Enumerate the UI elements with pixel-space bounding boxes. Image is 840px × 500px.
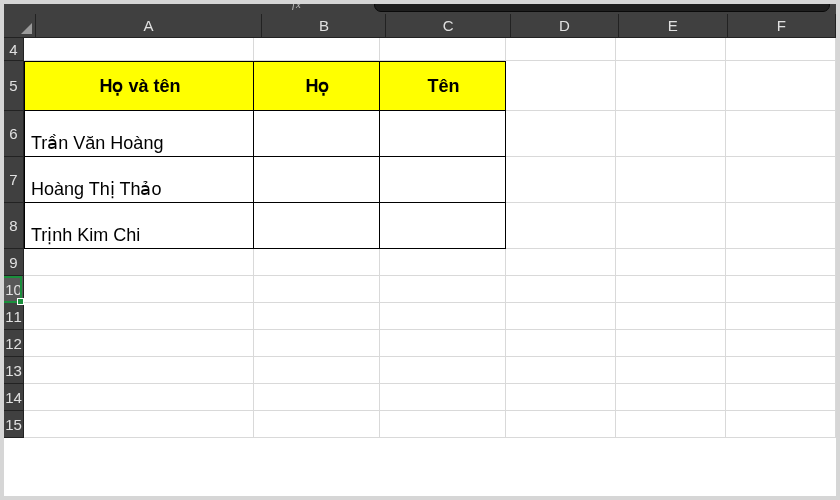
- cell-C9[interactable]: [380, 249, 506, 276]
- cell-B4[interactable]: [254, 38, 380, 61]
- cell-C8[interactable]: [380, 203, 506, 249]
- row-header-4[interactable]: 4: [4, 38, 24, 61]
- top-chrome: fx: [4, 4, 836, 14]
- cell-E9[interactable]: [616, 249, 726, 276]
- cell-D12[interactable]: [506, 330, 616, 357]
- cell-E5[interactable]: [616, 61, 726, 111]
- cell-A11[interactable]: [24, 303, 254, 330]
- cell-A12[interactable]: [24, 330, 254, 357]
- cell-F6[interactable]: [726, 111, 836, 157]
- cell-F12[interactable]: [726, 330, 836, 357]
- cell-B10[interactable]: [254, 276, 380, 303]
- row-header-10[interactable]: 10: [4, 276, 24, 303]
- col-header-D[interactable]: D: [511, 14, 619, 38]
- cell-F8[interactable]: [726, 203, 836, 249]
- cell-C11[interactable]: [380, 303, 506, 330]
- cell-B7[interactable]: [254, 157, 380, 203]
- cell-A9[interactable]: [24, 249, 254, 276]
- cell-B15[interactable]: [254, 411, 380, 438]
- cell-B5[interactable]: Họ: [254, 61, 380, 111]
- cell-D15[interactable]: [506, 411, 616, 438]
- cell-D11[interactable]: [506, 303, 616, 330]
- cell-B8[interactable]: [254, 203, 380, 249]
- select-all-corner[interactable]: [4, 14, 36, 38]
- row-header-9[interactable]: 9: [4, 249, 24, 276]
- cell-F9[interactable]: [726, 249, 836, 276]
- cell-B9[interactable]: [254, 249, 380, 276]
- cell-E15[interactable]: [616, 411, 726, 438]
- cell-D10[interactable]: [506, 276, 616, 303]
- cells-area[interactable]: Họ và tên Họ Tên Trần Văn Hoàng: [24, 38, 836, 438]
- cell-F4[interactable]: [726, 38, 836, 61]
- cell-C4[interactable]: [380, 38, 506, 61]
- cell-D7[interactable]: [506, 157, 616, 203]
- cell-F7[interactable]: [726, 157, 836, 203]
- row-header-5[interactable]: 5: [4, 61, 24, 111]
- row-header-14[interactable]: 14: [4, 384, 24, 411]
- cell-D4[interactable]: [506, 38, 616, 61]
- cell-C15[interactable]: [380, 411, 506, 438]
- cell-B13[interactable]: [254, 357, 380, 384]
- cell-E13[interactable]: [616, 357, 726, 384]
- cell-A5[interactable]: Họ và tên: [24, 61, 254, 111]
- cell-E14[interactable]: [616, 384, 726, 411]
- cell-B6[interactable]: [254, 111, 380, 157]
- cell-C5[interactable]: Tên: [380, 61, 506, 111]
- column-headers: A B C D E F: [4, 14, 836, 38]
- cell-B14[interactable]: [254, 384, 380, 411]
- row-header-11[interactable]: 11: [4, 303, 24, 330]
- cell-D9[interactable]: [506, 249, 616, 276]
- cell-E11[interactable]: [616, 303, 726, 330]
- cell-E8[interactable]: [616, 203, 726, 249]
- cell-D14[interactable]: [506, 384, 616, 411]
- cell-C13[interactable]: [380, 357, 506, 384]
- spreadsheet-grid: A B C D E F 4 5 6 7 8 9 10 11 12 13 14 1…: [4, 14, 836, 496]
- cell-C14[interactable]: [380, 384, 506, 411]
- col-header-E[interactable]: E: [619, 14, 727, 38]
- cell-D13[interactable]: [506, 357, 616, 384]
- cell-C12[interactable]: [380, 330, 506, 357]
- cell-E6[interactable]: [616, 111, 726, 157]
- formula-bar[interactable]: [374, 4, 830, 12]
- col-header-B[interactable]: B: [262, 14, 386, 38]
- cell-A6[interactable]: Trần Văn Hoàng: [24, 111, 254, 157]
- row-header-8[interactable]: 8: [4, 203, 24, 249]
- cell-A8[interactable]: Trịnh Kim Chi: [24, 203, 254, 249]
- cell-A15[interactable]: [24, 411, 254, 438]
- col-header-C[interactable]: C: [386, 14, 510, 38]
- row-header-13[interactable]: 13: [4, 357, 24, 384]
- col-header-A[interactable]: A: [36, 14, 263, 38]
- cell-A4[interactable]: [24, 38, 254, 61]
- cell-F13[interactable]: [726, 357, 836, 384]
- row-headers: 4 5 6 7 8 9 10 11 12 13 14 15: [4, 38, 24, 438]
- fx-label: fx: [292, 4, 302, 10]
- cell-B11[interactable]: [254, 303, 380, 330]
- row-header-7[interactable]: 7: [4, 157, 24, 203]
- row-header-15[interactable]: 15: [4, 411, 24, 438]
- cell-D5[interactable]: [506, 61, 616, 111]
- col-header-F[interactable]: F: [728, 14, 836, 38]
- cell-A14[interactable]: [24, 384, 254, 411]
- row-header-6[interactable]: 6: [4, 111, 24, 157]
- cell-F11[interactable]: [726, 303, 836, 330]
- cell-A10[interactable]: [24, 276, 254, 303]
- row-header-12[interactable]: 12: [4, 330, 24, 357]
- cell-E12[interactable]: [616, 330, 726, 357]
- cell-C10[interactable]: [380, 276, 506, 303]
- cell-A7[interactable]: Hoàng Thị Thảo: [24, 157, 254, 203]
- select-all-triangle-icon: [21, 23, 32, 34]
- cell-F5[interactable]: [726, 61, 836, 111]
- cell-D8[interactable]: [506, 203, 616, 249]
- cell-C7[interactable]: [380, 157, 506, 203]
- cell-F14[interactable]: [726, 384, 836, 411]
- cell-E4[interactable]: [616, 38, 726, 61]
- cell-E7[interactable]: [616, 157, 726, 203]
- cell-E10[interactable]: [616, 276, 726, 303]
- cell-F15[interactable]: [726, 411, 836, 438]
- cell-F10[interactable]: [726, 276, 836, 303]
- cell-D6[interactable]: [506, 111, 616, 157]
- cell-A13[interactable]: [24, 357, 254, 384]
- cell-C6[interactable]: [380, 111, 506, 157]
- cell-B12[interactable]: [254, 330, 380, 357]
